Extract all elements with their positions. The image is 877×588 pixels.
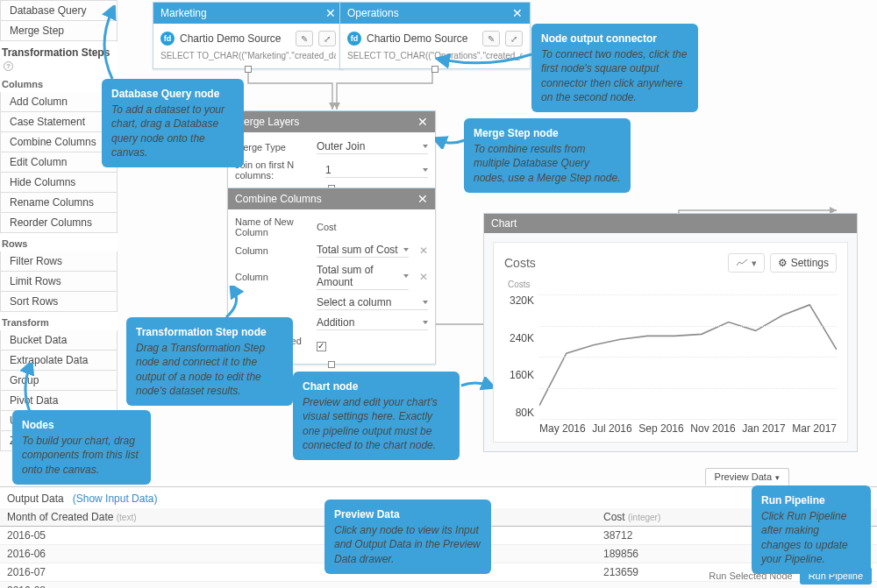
join-n-label: Join on first N columns: (235, 159, 318, 181)
close-icon[interactable]: ✕ (325, 6, 336, 20)
canvas[interactable]: Marketing✕ fdChartio Demo Source✎⤢ SELEC… (118, 0, 877, 486)
node-title: Merge Layers (235, 116, 299, 128)
chart-type-button[interactable]: ▾ (728, 253, 765, 273)
sidebar-item-filter-rows[interactable]: Filter Rows (0, 251, 118, 272)
callout-preview-data: Preview DataClick any node to view its I… (324, 499, 491, 574)
callout-output-connector: Node output connectorTo connect two node… (531, 24, 698, 112)
sidebar-item-edit-column[interactable]: Edit Column (0, 152, 118, 173)
output-data-heading: Output Data (7, 492, 64, 505)
sidebar-item-add-column[interactable]: Add Column (0, 92, 118, 112)
node-title: Operations (347, 7, 399, 19)
marketing-node[interactable]: Marketing✕ fdChartio Demo Source✎⤢ SELEC… (153, 2, 344, 69)
y-axis-label: Costs (504, 276, 837, 289)
callout-nodes: NodesTo build your chart, drag component… (12, 410, 151, 485)
sidebar-item-sort-rows[interactable]: Sort Rows (0, 292, 118, 312)
source-name: Chartio Demo Source (367, 32, 477, 45)
hide-combined-checkbox[interactable] (317, 342, 326, 351)
chart-title: Chart (491, 217, 517, 230)
info-icon[interactable]: ? (4, 61, 13, 71)
rows-heading: Rows (0, 233, 118, 251)
combine-by-select[interactable]: Addition (317, 315, 428, 330)
chart-node[interactable]: Chart Costs ▾ ⚙Settings Costs 320K 240K … (483, 213, 858, 452)
close-icon[interactable]: ✕ (417, 115, 428, 129)
callout-db-query: Database Query nodeTo add a dataset to y… (102, 79, 244, 167)
chart-inner-title: Costs (504, 256, 536, 270)
new-column-name-label: Name of New Column (235, 216, 310, 237)
close-icon[interactable]: ✕ (417, 192, 428, 206)
sidebar-item-combine-columns[interactable]: Combine Columns (0, 132, 118, 152)
edit-icon[interactable]: ✎ (296, 31, 313, 46)
join-n-select[interactable]: 1 (325, 163, 428, 178)
preview-data-tab[interactable]: Preview Data (705, 468, 789, 485)
column-select-2[interactable]: Total sum of Amount (317, 263, 409, 290)
show-input-data-link[interactable]: (Show Input Data) (73, 492, 158, 505)
new-column-name-input[interactable]: Cost (317, 222, 428, 232)
chart-plot: 320K 240K 160K 80K May 2016Jul 2016Sep 2… (504, 294, 837, 435)
source-icon: fd (160, 32, 175, 46)
column-label: Column (235, 272, 310, 282)
output-connector[interactable] (328, 361, 335, 368)
source-name: Chartio Demo Source (180, 32, 290, 45)
callout-merge-step: Merge Step nodeTo combine results from m… (464, 118, 631, 193)
merge-layers-node[interactable]: Merge Layers✕ Merge TypeOuter Join Join … (227, 110, 436, 188)
sidebar-item-rename-columns[interactable]: Rename Columns (0, 193, 118, 213)
settings-button[interactable]: ⚙Settings (770, 253, 837, 273)
edit-icon[interactable]: ✎ (482, 31, 500, 46)
column-select-3[interactable]: Select a column (317, 295, 428, 310)
transform-heading: Transform (0, 312, 118, 330)
column-label: Column (235, 245, 310, 256)
sql-preview: SELECT TO_CHAR(("Marketing"."created_dat… (160, 49, 336, 64)
sidebar-item-pivot-data[interactable]: Pivot Data (0, 391, 118, 411)
sidebar-item-bucket-data[interactable]: Bucket Data (0, 330, 118, 351)
merge-type-select[interactable]: Outer Join (317, 139, 428, 154)
remove-icon[interactable]: ✕ (419, 244, 428, 257)
merge-type-label: Merge Type (235, 142, 310, 152)
callout-run-pipeline: Run PipelineClick Run Pipeline after mak… (752, 485, 871, 574)
expand-icon[interactable]: ⤢ (318, 31, 336, 46)
sidebar-item-extrapolate-data[interactable]: Extrapolate Data (0, 351, 118, 371)
callout-chart-node: Chart nodePreview and edit your chart's … (293, 372, 460, 460)
node-title: Combine Columns (235, 193, 322, 205)
expand-icon[interactable]: ⤢ (505, 31, 523, 46)
sidebar-item-limit-rows[interactable]: Limit Rows (0, 272, 118, 292)
sidebar-item-reorder-columns[interactable]: Reorder Columns (0, 213, 118, 233)
close-icon[interactable]: ✕ (512, 6, 523, 20)
sidebar-item-hide-columns[interactable]: Hide Columns (0, 173, 118, 193)
remove-icon[interactable]: ✕ (419, 271, 428, 283)
column-select-1[interactable]: Total sum of Cost (317, 243, 409, 258)
sidebar-item-group[interactable]: Group (0, 371, 118, 391)
output-connector[interactable] (245, 66, 252, 73)
sidebar-item-case-statement[interactable]: Case Statement (0, 112, 118, 132)
node-title: Marketing (160, 7, 207, 19)
callout-transformation-step: Transformation Step nodeDrag a Transform… (126, 317, 293, 406)
source-icon: fd (347, 32, 361, 46)
gear-icon: ⚙ (778, 257, 788, 269)
